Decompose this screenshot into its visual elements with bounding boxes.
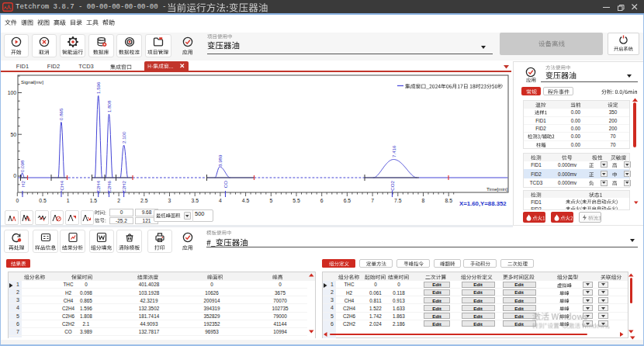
svg-text:7: 7 (371, 198, 374, 203)
svg-text:1.596: 1.596 (95, 81, 101, 94)
svg-text:50: 50 (10, 132, 16, 137)
svg-text:1: 1 (67, 198, 70, 203)
svg-text:2.100: 2.100 (121, 131, 126, 144)
svg-text:2.5: 2.5 (140, 198, 148, 203)
svg-text:2: 2 (117, 198, 120, 203)
svg-text:5.5: 5.5 (293, 198, 300, 203)
svg-text:1.808: 1.808 (106, 100, 112, 112)
svg-text:6: 6 (320, 198, 324, 203)
svg-text:7.5: 7.5 (394, 198, 402, 203)
svg-text:3.5: 3.5 (191, 198, 199, 203)
svg-text:5: 5 (269, 198, 272, 203)
svg-text:CO2: CO2 (390, 180, 395, 190)
svg-text:0.865: 0.865 (58, 108, 64, 120)
svg-text:CH4: CH4 (59, 180, 64, 190)
svg-text:0: 0 (13, 173, 16, 178)
svg-text:3.989: 3.989 (217, 154, 223, 167)
svg-text:1.5: 1.5 (90, 198, 98, 203)
svg-text:6.5: 6.5 (344, 198, 351, 203)
svg-text:100: 100 (8, 90, 17, 95)
svg-text:Signal[mv]: Signal[mv] (21, 79, 43, 85)
svg-text:0.098: 0.098 (19, 160, 25, 172)
svg-text:Time[min]: Time[min] (486, 186, 507, 192)
svg-text:8: 8 (422, 198, 425, 203)
svg-text:8.5: 8.5 (445, 198, 452, 203)
svg-text:0.5: 0.5 (39, 198, 47, 203)
svg-text:CO: CO (223, 181, 228, 188)
svg-text:H2: H2 (20, 180, 26, 186)
svg-text:7.416: 7.416 (391, 145, 396, 157)
svg-text:3: 3 (168, 198, 171, 203)
svg-text:4: 4 (219, 198, 222, 203)
svg-text:4.5: 4.5 (242, 198, 250, 203)
svg-text:0: 0 (16, 198, 19, 203)
